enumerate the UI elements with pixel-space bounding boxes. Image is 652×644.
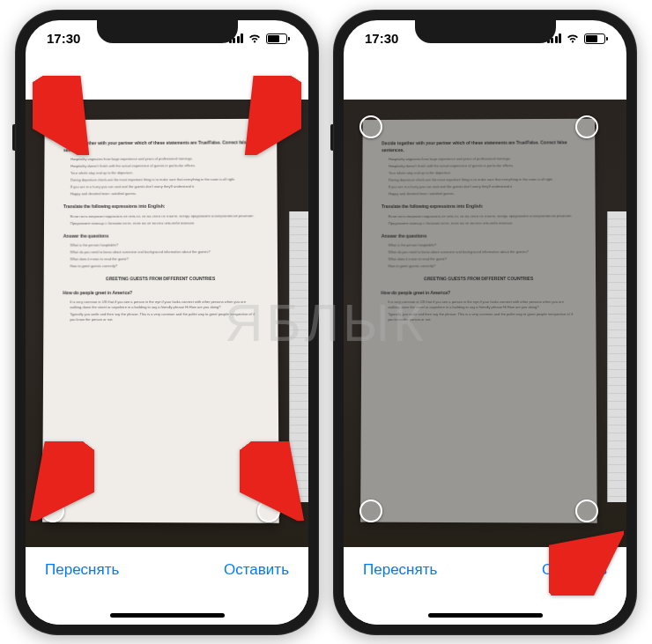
crop-handle-bottom-left[interactable] <box>41 500 64 522</box>
status-indicators <box>229 33 288 44</box>
crop-handle-top-right[interactable] <box>575 115 598 138</box>
doc-heading: Translate the following expressions into… <box>63 203 258 210</box>
scan-viewport[interactable]: Decide together with your partner which … <box>344 100 626 547</box>
scanned-document: Decide together with your partner which … <box>42 118 279 522</box>
doc-heading: Decide together with your partner which … <box>382 139 575 153</box>
battery-icon <box>266 33 287 44</box>
crop-handle-bottom-right[interactable] <box>257 500 280 522</box>
wifi-icon <box>566 33 580 44</box>
screen-left: 17:30 Decide together with your partner … <box>26 20 308 625</box>
phone-left: 17:30 Decide together with your partner … <box>15 10 319 635</box>
wifi-icon <box>248 33 262 44</box>
doc-heading: Answer the questions <box>63 232 258 239</box>
doc-heading: Decide together with your partner which … <box>63 139 257 153</box>
crop-handle-top-right[interactable] <box>257 115 280 138</box>
phone-right: 17:30 Decide together with your partner … <box>333 10 637 635</box>
notch <box>97 20 238 43</box>
doc-heading: Answer the questions <box>382 232 576 239</box>
crop-handle-bottom-right[interactable] <box>575 500 598 522</box>
doc-heading: How do people greet in America? <box>63 289 258 296</box>
header-space <box>344 57 626 100</box>
home-indicator[interactable] <box>428 613 543 618</box>
home-indicator[interactable] <box>110 613 225 618</box>
status-indicators <box>547 33 606 44</box>
notch <box>415 20 556 43</box>
crop-handle-top-left[interactable] <box>41 115 64 138</box>
battery-icon <box>584 33 605 44</box>
doc-heading: GREETING GUESTS FROM DIFFERENT COUNTRIES <box>381 275 576 282</box>
keyboard-background <box>607 211 626 502</box>
keyboard-background <box>289 211 308 502</box>
doc-heading: Translate the following expressions into… <box>382 203 576 210</box>
status-time: 17:30 <box>365 31 398 46</box>
keep-button[interactable]: Оставить <box>224 561 289 579</box>
doc-heading: GREETING GUESTS FROM DIFFERENT COUNTRIES <box>63 275 258 282</box>
header-space <box>26 57 308 100</box>
doc-heading: How do people greet in America? <box>381 289 576 296</box>
scan-viewport[interactable]: Decide together with your partner which … <box>26 100 308 547</box>
retake-button[interactable]: Переснять <box>45 561 119 579</box>
retake-button[interactable]: Переснять <box>363 561 437 579</box>
keep-button[interactable]: Оставить <box>542 561 607 579</box>
crop-handle-bottom-left[interactable] <box>359 500 382 522</box>
screen-right: 17:30 Decide together with your partner … <box>344 20 626 625</box>
scanned-document: Decide together with your partner which … <box>360 118 597 522</box>
crop-handle-top-left[interactable] <box>359 115 382 138</box>
status-time: 17:30 <box>47 31 80 46</box>
